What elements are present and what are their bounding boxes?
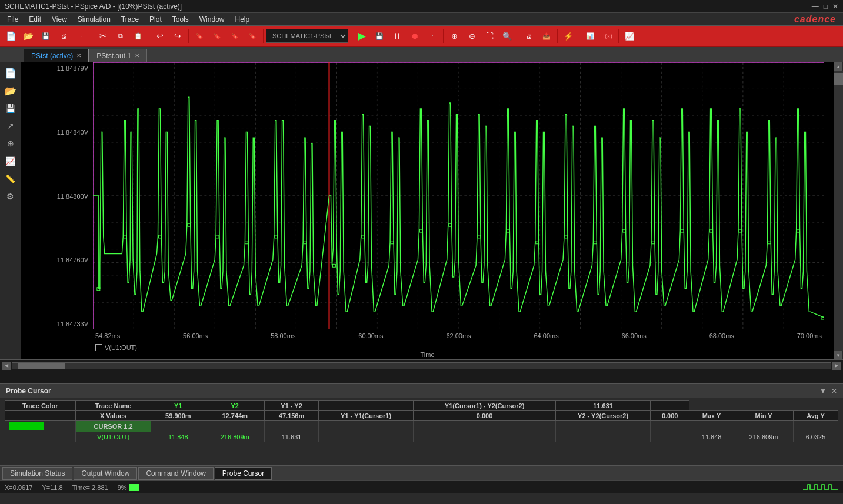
menu-plot[interactable]: Plot: [145, 14, 166, 25]
tab-pstst-out-close[interactable]: ✕: [135, 52, 139, 59]
tab-command-window[interactable]: Command Window: [138, 467, 213, 480]
menu-simulation[interactable]: Simulation: [73, 14, 115, 25]
plot-area[interactable]: 11.84879V 11.84840V 11.84800V 11.84760V …: [21, 62, 834, 359]
th-trace-name: Trace Name: [75, 401, 151, 411]
toolbar-extra[interactable]: ·: [73, 28, 89, 44]
y-label-3: 11.84760V: [22, 256, 91, 263]
td-min-y-val: 216.809m: [734, 432, 794, 442]
print2-button[interactable]: 🖨: [521, 28, 537, 44]
tab-pstst-out[interactable]: PStst.out.1 ✕: [89, 49, 147, 62]
cut-button[interactable]: ✂: [95, 28, 111, 44]
dot-button[interactable]: ·: [424, 28, 441, 44]
tab-pstst-active-label: PStst (active): [31, 52, 73, 60]
save-button[interactable]: 💾: [38, 28, 54, 44]
scroll-left-btn[interactable]: ◀: [2, 362, 11, 370]
sidebar-new-icon[interactable]: 📄: [2, 65, 19, 81]
waveform-button[interactable]: 📈: [621, 28, 638, 44]
tab-output-window-label: Output Window: [81, 469, 129, 478]
th-x-diff: 47.156m: [265, 411, 319, 421]
zoom-in-button[interactable]: ⊕: [446, 28, 462, 44]
title-text: SCHEMATIC1-PStst - PSpice A/D - [(10%)PS…: [5, 2, 182, 11]
zoom-out-button[interactable]: ⊖: [464, 28, 480, 44]
tab-simulation-status[interactable]: Simulation Status: [2, 467, 72, 480]
open-button[interactable]: 📂: [20, 28, 36, 44]
save-profile-button[interactable]: 💾: [371, 28, 388, 44]
fit-button[interactable]: ⛶: [481, 28, 498, 44]
menu-help[interactable]: Help: [230, 14, 254, 25]
filter-button[interactable]: ⚡: [560, 28, 577, 44]
scroll-down-btn[interactable]: ▼: [834, 351, 842, 359]
zoom-custom-button[interactable]: 🔍: [499, 28, 515, 44]
probe-collapse-btn[interactable]: ▼: [819, 387, 827, 395]
print-button[interactable]: 🖨: [55, 28, 72, 44]
sidebar-measure-icon[interactable]: 📏: [2, 171, 19, 187]
sep8: [557, 29, 558, 43]
h-scroll-thumb[interactable]: [18, 363, 65, 369]
tab-bar: PStst (active) ✕ PStst.out.1 ✕: [0, 47, 843, 62]
x-label-7: 68.00ms: [709, 332, 734, 342]
menu-view[interactable]: View: [47, 14, 72, 25]
undo-button[interactable]: ↩: [152, 28, 168, 44]
redo-button[interactable]: ↪: [169, 28, 186, 44]
sidebar-trace-icon[interactable]: 📈: [2, 153, 19, 169]
bookmark3-button[interactable]: 🔖: [226, 28, 243, 44]
scroll-thumb[interactable]: [834, 73, 843, 85]
td-trace-name: V(U1:OUT): [75, 432, 151, 442]
copy-button[interactable]: ⧉: [112, 28, 129, 44]
y-label-4: 11.84733V: [22, 321, 91, 328]
h-scroll-panel: ◀ ▶: [0, 359, 843, 371]
new-button[interactable]: 📄: [2, 28, 19, 44]
tab-probe-cursor[interactable]: Probe Cursor: [215, 467, 272, 480]
waveform-mini-icon: [803, 482, 838, 492]
sidebar-cursor-icon[interactable]: ↗: [2, 118, 19, 134]
maximize-btn[interactable]: □: [824, 2, 828, 11]
y-coord-label: Y=11.8: [42, 484, 62, 491]
paste-button[interactable]: 📋: [130, 28, 146, 44]
xaxis-button[interactable]: 📊: [582, 28, 598, 44]
record-button[interactable]: ⏺: [406, 28, 423, 44]
y-label-0: 11.84879V: [22, 65, 91, 72]
scroll-right-btn[interactable]: ▶: [832, 362, 841, 370]
menu-tools[interactable]: Tools: [168, 14, 194, 25]
menu-trace[interactable]: Trace: [116, 14, 144, 25]
probe-table-header-row2: X Values 59.900m 12.744m 47.156m Y1 - Y1…: [5, 411, 838, 421]
sidebar-open-icon[interactable]: 📂: [2, 82, 19, 99]
bookmark4-button[interactable]: 🔖: [244, 28, 261, 44]
status-bar: X=0.0617 Y=11.8 Time= 2.881 9%: [0, 480, 843, 493]
function-button[interactable]: f(x): [599, 28, 616, 44]
menu-edit[interactable]: Edit: [24, 14, 46, 25]
bookmark2-button[interactable]: 🔖: [209, 28, 225, 44]
bookmark1-button[interactable]: 🔖: [191, 28, 208, 44]
tab-pstst-active[interactable]: PStst (active) ✕: [24, 49, 89, 62]
percent-value: 9%: [118, 484, 127, 491]
td-empty5: [414, 421, 556, 432]
cadence-logo: cadence: [794, 14, 841, 25]
sidebar-zoom-icon[interactable]: ⊕: [2, 135, 19, 152]
menu-file[interactable]: File: [2, 14, 23, 25]
trace-legend: V(U1:OUT): [95, 344, 137, 351]
sidebar-save-icon[interactable]: 💾: [2, 100, 19, 116]
scroll-up-btn[interactable]: ▲: [834, 62, 842, 71]
right-scrollbar[interactable]: ▲ ▼: [834, 62, 843, 359]
th-avg-y: Avg Y: [793, 411, 838, 421]
x-label-3: 60.00ms: [358, 332, 383, 342]
h-scrollbar[interactable]: [12, 362, 831, 369]
th-x-v1: 59.900m: [151, 411, 205, 421]
sidebar-settings-icon[interactable]: ⚙: [2, 188, 19, 205]
profile-dropdown[interactable]: SCHEMATIC1-PStst: [266, 29, 348, 43]
play-button[interactable]: ▶: [354, 28, 370, 44]
td-empty14: [651, 432, 689, 442]
close-btn[interactable]: ✕: [832, 2, 838, 11]
pause-button[interactable]: ⏸: [389, 28, 405, 44]
tab-pstst-active-close[interactable]: ✕: [76, 52, 81, 59]
menu-window[interactable]: Window: [195, 14, 229, 25]
sep6: [443, 29, 444, 43]
x-label-6: 66.00ms: [622, 332, 647, 342]
export-button[interactable]: 📤: [538, 28, 555, 44]
y-label-2: 11.84800V: [22, 193, 91, 200]
tab-output-window[interactable]: Output Window: [74, 467, 137, 480]
probe-close-btn[interactable]: ✕: [831, 387, 837, 395]
td-empty8: [689, 421, 734, 432]
left-sidebar: 📄 📂 💾 ↗ ⊕ 📈 📏 ⚙: [0, 62, 21, 359]
minimize-btn[interactable]: —: [812, 2, 819, 11]
